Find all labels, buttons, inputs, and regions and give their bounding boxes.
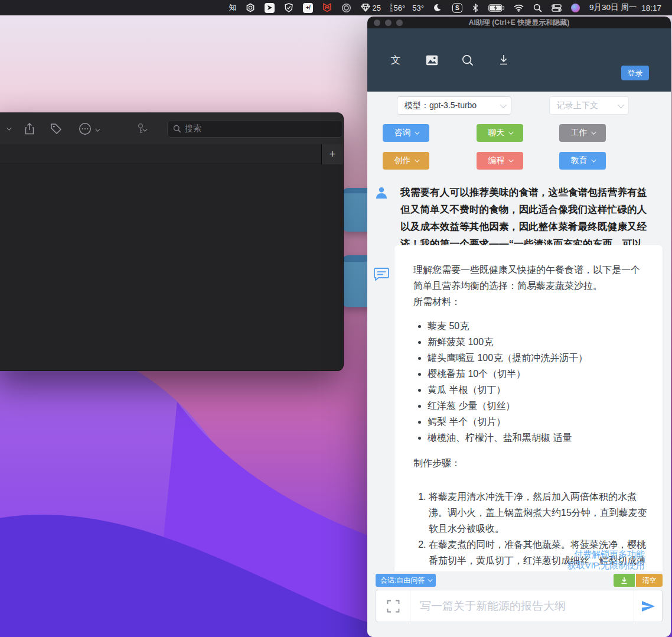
assistant-chat-icon	[374, 267, 389, 284]
list-item: 樱桃番茄 10个（切半）	[428, 366, 647, 382]
weather-temp-2[interactable]: 53°	[407, 0, 429, 15]
list-item: 藜麦 50克	[428, 318, 647, 334]
vip-promo: 付费解锁更多功能 获取VIP,无限制使用	[567, 548, 645, 571]
download-tool-icon[interactable]	[497, 54, 511, 66]
ring-shield-menu-icon[interactable]	[337, 0, 356, 15]
sketch-badge-menu-icon[interactable]: 25	[356, 0, 385, 15]
category-button-chat[interactable]: 聊天	[477, 124, 523, 142]
zhihu-menu-icon[interactable]: 知	[224, 0, 241, 15]
session-mode-button[interactable]: 会话:自由问答	[376, 574, 436, 587]
vip-unlock-link[interactable]: 付费解锁更多功能	[567, 548, 645, 560]
chevron-down-icon	[508, 129, 513, 134]
list-item: 新鲜菠菜 100克	[428, 334, 647, 350]
model-select[interactable]: 模型：gpt-3.5-turbo	[397, 96, 511, 115]
search-icon	[173, 125, 181, 133]
chevron-down-icon[interactable]	[6, 127, 10, 131]
notes-window: 搜索 +	[0, 112, 344, 371]
chevron-down-icon	[428, 577, 433, 581]
ai-header: 文 登录	[367, 28, 671, 92]
send-button[interactable]	[634, 590, 662, 622]
prompt-input-bar	[376, 590, 663, 622]
list-item: 将藜麦用清水冲洗干净，然后加入两倍体积的水煮沸。调小火，盖上锅盖焖煮大约15分钟…	[429, 489, 647, 537]
chevron-down-icon	[415, 129, 419, 134]
tag-icon[interactable]	[50, 123, 62, 135]
share-icon[interactable]	[24, 123, 35, 135]
user-avatar-icon	[375, 186, 388, 202]
chevron-down-icon[interactable]	[95, 124, 99, 134]
control-center-menu-icon[interactable]	[547, 0, 566, 15]
steps-heading: 制作步骤：	[413, 455, 647, 471]
hexagon-menu-icon[interactable]	[241, 0, 260, 15]
menu-date[interactable]: 9月30日 周一	[585, 0, 639, 15]
category-button-consult[interactable]: 咨询	[383, 124, 429, 142]
login-button[interactable]: 登录	[621, 66, 649, 80]
menu-bar: 知 +/ 25 SEN 56° 53° S	[0, 0, 672, 15]
vip-get-link[interactable]: 获取VIP,无限制使用	[567, 560, 645, 571]
bottom-bar: 会话:自由问答 清空	[367, 571, 671, 637]
notes-toolbar: 搜索	[0, 113, 343, 144]
notes-search-field[interactable]: 搜索	[167, 120, 343, 138]
notes-tab-bar: +	[0, 144, 343, 164]
expand-button[interactable]	[376, 590, 410, 622]
export-button[interactable]	[614, 574, 635, 587]
chevron-down-icon	[618, 101, 624, 108]
focus-moon-menu-icon[interactable]	[429, 0, 448, 15]
fullscreen-icon	[387, 600, 400, 613]
send-icon	[641, 600, 655, 613]
list-item: 鳄梨 半个（切片）	[428, 414, 647, 430]
chevron-down-icon	[591, 157, 596, 162]
bluetooth-menu-icon[interactable]	[467, 0, 484, 15]
ai-assistant-window: AI助理 (Ctrl+E 快捷显示和隐藏) 文 登录 模型：gpt-3.5-tu…	[367, 17, 671, 637]
window-title: AI助理 (Ctrl+E 快捷显示和隐藏)	[367, 18, 671, 28]
ingredients-list: 藜麦 50克 新鲜菠菜 100克 罐头鹰嘴豆 100克（提前冲洗并沥干） 樱桃番…	[413, 318, 647, 446]
desktop: 知 +/ 25 SEN 56° 53° S	[0, 0, 672, 637]
materials-heading: 所需材料：	[413, 294, 647, 310]
download-icon	[621, 577, 628, 584]
category-button-create[interactable]: 创作	[383, 152, 429, 170]
new-tab-button[interactable]: +	[321, 144, 343, 164]
window-titlebar[interactable]: AI助理 (Ctrl+E 快捷显示和隐藏)	[367, 17, 671, 28]
mcafee-menu-icon[interactable]	[318, 0, 337, 15]
list-item: 橄榄油、柠檬汁、盐和黑胡椒 适量	[428, 430, 647, 446]
spotlight-search-menu-icon[interactable]	[529, 0, 547, 15]
context-select[interactable]: 记录上下文	[549, 96, 629, 115]
chevron-down-icon	[508, 157, 513, 162]
search-tool-icon[interactable]	[461, 54, 475, 66]
siri-menu-icon[interactable]	[566, 0, 585, 15]
category-button-education[interactable]: 教育	[559, 152, 606, 170]
arrow-app-menu-icon[interactable]	[260, 0, 279, 15]
prompt-input[interactable]	[410, 590, 634, 622]
ai-body: 模型：gpt-3.5-turbo 记录上下文 咨询 聊天 工作 创作 编程 教育	[367, 92, 671, 637]
notes-content-area[interactable]	[0, 164, 343, 371]
wifi-menu-icon[interactable]	[509, 0, 529, 15]
chevron-down-icon[interactable]	[142, 124, 146, 134]
text-tool-icon[interactable]: 文	[389, 53, 403, 67]
weather-temp-1[interactable]: SEN 56°	[386, 0, 407, 15]
notes-search-placeholder: 搜索	[185, 124, 201, 134]
battery-menu-icon[interactable]	[484, 0, 509, 15]
list-item: 红洋葱 少量（切丝）	[428, 398, 647, 414]
image-tool-icon[interactable]	[425, 55, 439, 66]
shield-check-menu-icon[interactable]	[279, 0, 298, 15]
chevron-down-icon	[500, 101, 507, 108]
menu-clock[interactable]: 18:17	[639, 0, 666, 15]
editor-app-menu-icon[interactable]: +/	[298, 0, 318, 15]
list-item: 黄瓜 半根（切丁）	[428, 382, 647, 398]
assistant-intro: 理解您需要一些既健康又快捷的午餐食谱，以下是一个简单且营养均衡的选择：简易藜麦蔬…	[413, 262, 647, 294]
clear-button[interactable]: 清空	[636, 574, 663, 587]
category-button-work[interactable]: 工作	[559, 124, 606, 142]
chevron-down-icon	[415, 157, 419, 162]
category-button-code[interactable]: 编程	[477, 152, 523, 170]
more-options-icon[interactable]	[79, 122, 92, 135]
list-item: 罐头鹰嘴豆 100克（提前冲洗并沥干）	[428, 350, 647, 366]
s-app-menu-icon[interactable]: S	[448, 0, 467, 15]
chevron-down-icon	[591, 129, 596, 134]
